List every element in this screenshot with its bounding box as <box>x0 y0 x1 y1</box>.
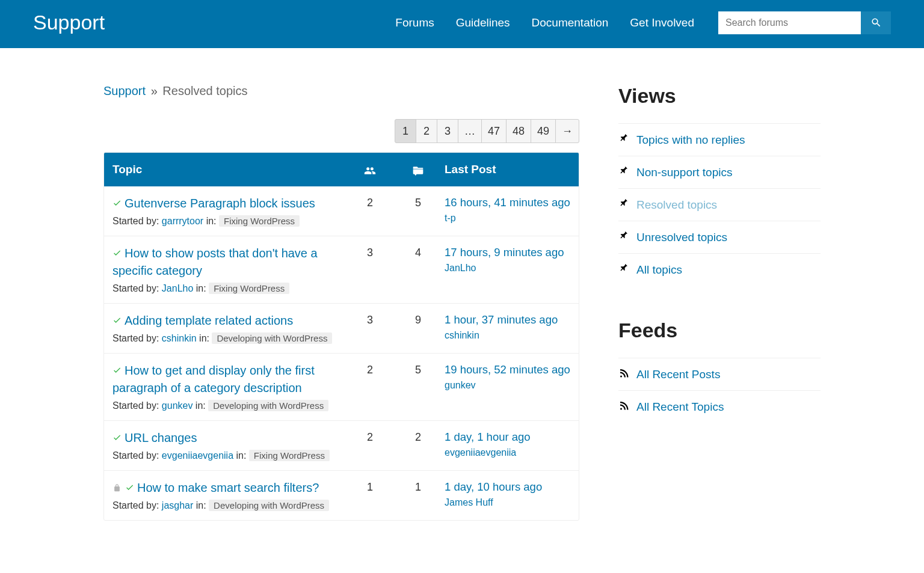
lastpost-time-link[interactable]: 1 day, 1 hour ago <box>445 431 531 443</box>
topic-author-link[interactable]: garrrytoor <box>162 216 203 226</box>
nav-documentation[interactable]: Documentation <box>532 16 609 29</box>
search-input[interactable] <box>718 11 861 34</box>
topic-author-link[interactable]: gunkev <box>162 400 193 411</box>
view-item: Resolved topics <box>618 188 821 221</box>
pagination-page[interactable]: 48 <box>506 119 531 143</box>
search-icon <box>870 17 882 28</box>
pin-icon <box>618 133 629 147</box>
lastpost-user-link[interactable]: JanLho <box>445 263 571 274</box>
breadcrumb-root[interactable]: Support <box>103 84 146 97</box>
view-link[interactable]: All topics <box>636 263 682 277</box>
lastpost-cell: 17 hours, 9 minutes agoJanLho <box>442 245 571 274</box>
pin-icon <box>618 263 629 277</box>
col-header-lastpost: Last Post <box>442 163 571 176</box>
views-list: Topics with no repliesNon-support topics… <box>618 123 821 286</box>
replies-count: 5 <box>394 362 442 376</box>
view-link[interactable]: Non-support topics <box>636 166 732 179</box>
topic-title-link[interactable]: URL changes <box>125 431 197 444</box>
breadcrumb-current: Resolved topics <box>162 84 247 97</box>
replies-count: 5 <box>394 195 442 209</box>
pagination-page[interactable]: 1 <box>395 119 416 143</box>
lastpost-time-link[interactable]: 17 hours, 9 minutes ago <box>445 246 564 259</box>
topic-title-link[interactable]: How to get and display only the first pa… <box>112 364 315 394</box>
voices-count: 2 <box>346 362 394 376</box>
lastpost-time-link[interactable]: 16 hours, 41 minutes ago <box>445 196 570 209</box>
topic-title-link[interactable]: How to make smart search filters? <box>137 481 319 494</box>
pagination: 123…474849→ <box>103 119 579 143</box>
col-header-topic: Topic <box>111 163 346 176</box>
feed-link[interactable]: All Recent Posts <box>636 368 720 381</box>
topic-title-link[interactable]: How to show posts that don't have a spec… <box>112 247 318 277</box>
rss-icon <box>618 400 629 414</box>
topic-meta: Started by: cshinkin in: Developing with… <box>112 332 339 344</box>
pagination-page[interactable]: 3 <box>437 119 458 143</box>
replies-count: 4 <box>394 245 442 259</box>
voices-count: 3 <box>346 245 394 259</box>
voices-count: 1 <box>346 479 394 494</box>
lastpost-user-link[interactable]: James Huff <box>445 497 571 508</box>
forum-tag[interactable]: Fixing WordPress <box>249 450 330 461</box>
lastpost-user-link[interactable]: gunkev <box>445 380 571 391</box>
topic-author-link[interactable]: evgeniiaevgeniia <box>162 450 233 461</box>
forum-tag[interactable]: Developing with WordPress <box>209 500 329 511</box>
pagination-page[interactable]: 2 <box>416 119 437 143</box>
resolved-check-icon <box>112 195 122 212</box>
lastpost-time-link[interactable]: 1 hour, 37 minutes ago <box>445 313 558 326</box>
forum-tag[interactable]: Fixing WordPress <box>219 215 300 227</box>
pagination-page[interactable]: 47 <box>481 119 507 143</box>
topic-meta: Started by: garrrytoor in: Fixing WordPr… <box>112 215 339 227</box>
topic-author-link[interactable]: cshinkin <box>162 333 197 343</box>
table-row: Adding template related actionsStarted b… <box>104 303 579 353</box>
voices-count: 2 <box>346 429 394 444</box>
pagination-ellipsis: … <box>458 119 482 143</box>
forum-tag[interactable]: Developing with WordPress <box>208 400 328 411</box>
lastpost-user-link[interactable]: cshinkin <box>445 330 571 341</box>
view-item: All topics <box>618 253 821 286</box>
pin-icon <box>618 198 629 212</box>
nav-guidelines[interactable]: Guidelines <box>456 16 510 29</box>
view-item: Topics with no replies <box>618 123 821 156</box>
lastpost-user-link[interactable]: t-p <box>445 213 571 224</box>
col-header-voices <box>346 162 394 177</box>
page-title[interactable]: Support <box>33 11 105 34</box>
pagination-next[interactable]: → <box>555 119 579 143</box>
table-row: Gutenverse Paragraph block issuesStarted… <box>104 186 579 236</box>
nav-get-involved[interactable]: Get Involved <box>630 16 694 29</box>
feed-item: All Recent Posts <box>618 358 821 390</box>
view-link[interactable]: Unresolved topics <box>636 231 727 244</box>
topic-title-link[interactable]: Adding template related actions <box>125 314 293 327</box>
topic-title-link[interactable]: Gutenverse Paragraph block issues <box>125 197 315 210</box>
topic-meta: Started by: gunkev in: Developing with W… <box>112 400 339 411</box>
lastpost-time-link[interactable]: 19 hours, 52 minutes ago <box>445 363 570 376</box>
resolved-check-icon <box>112 362 122 379</box>
rss-icon <box>618 367 629 381</box>
nav-forums[interactable]: Forums <box>395 16 434 29</box>
voices-count: 3 <box>346 312 394 326</box>
view-link[interactable]: Topics with no replies <box>636 133 745 147</box>
forum-tag[interactable]: Fixing WordPress <box>209 283 289 294</box>
lastpost-time-link[interactable]: 1 day, 10 hours ago <box>445 480 542 493</box>
voices-count: 2 <box>346 195 394 209</box>
search-form <box>718 11 891 34</box>
main-nav: Forums Guidelines Documentation Get Invo… <box>395 16 694 29</box>
feeds-list: All Recent PostsAll Recent Topics <box>618 358 821 423</box>
lastpost-cell: 1 day, 10 hours agoJames Huff <box>442 479 571 508</box>
pin-icon <box>618 165 629 179</box>
view-link[interactable]: Resolved topics <box>636 198 717 212</box>
topic-author-link[interactable]: jasghar <box>162 500 193 510</box>
resolved-check-icon <box>125 479 134 497</box>
table-row: How to get and display only the first pa… <box>104 353 579 420</box>
feed-link[interactable]: All Recent Topics <box>636 400 724 414</box>
topic-table: Topic Last Post Gutenverse Paragraph blo… <box>103 152 579 521</box>
search-button[interactable] <box>861 11 891 34</box>
topic-author-link[interactable]: JanLho <box>162 283 194 293</box>
lastpost-user-link[interactable]: evgeniiaevgeniia <box>445 447 571 458</box>
topic-meta: Started by: jasghar in: Developing with … <box>112 500 339 511</box>
forum-tag[interactable]: Developing with WordPress <box>212 332 332 344</box>
pagination-page[interactable]: 49 <box>531 119 556 143</box>
lastpost-cell: 1 hour, 37 minutes agocshinkin <box>442 312 571 341</box>
table-row: URL changesStarted by: evgeniiaevgeniia … <box>104 420 579 470</box>
feed-item: All Recent Topics <box>618 390 821 423</box>
view-item: Non-support topics <box>618 156 821 188</box>
resolved-check-icon <box>112 312 122 329</box>
